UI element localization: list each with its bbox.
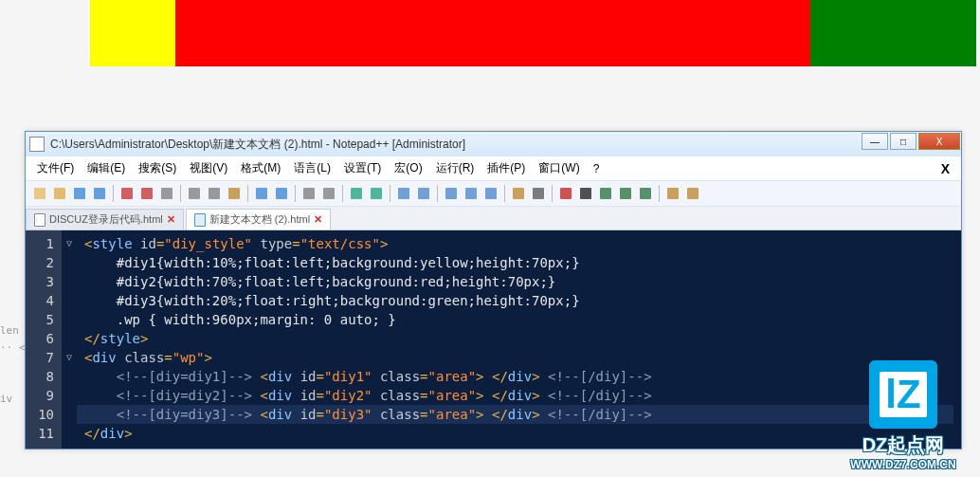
code-line-4[interactable]: #diy3{width:20%;float:right;background:g… (84, 291, 953, 310)
fold-toggle (62, 424, 77, 443)
file-icon (34, 213, 45, 227)
show-all-icon[interactable] (463, 185, 480, 202)
wrap-icon[interactable] (443, 185, 460, 202)
code-line-3[interactable]: #diy2{width:70%;float:left;background:re… (84, 272, 953, 291)
tab-0[interactable]: DISCUZ登录后代码.html✕ (26, 209, 184, 229)
watermark-logo: lZ DZ起点网 WWW.DZ7.COM.CN (832, 360, 974, 471)
menu-r[interactable]: 运行(R) (430, 158, 481, 178)
copy-icon[interactable] (206, 185, 223, 202)
new-file-icon[interactable] (31, 185, 48, 202)
tab-label: 新建文本文档 (2).html (209, 212, 310, 227)
svg-rect-10 (256, 188, 267, 199)
diy2-block (175, 0, 810, 66)
replace-icon[interactable] (320, 185, 337, 202)
svg-rect-1 (54, 188, 65, 199)
lang-icon[interactable] (510, 185, 527, 202)
tab-close-icon[interactable]: ✕ (167, 213, 175, 226)
line-number-gutter: 1234567891011 (26, 230, 62, 449)
line-number: 4 (33, 291, 54, 310)
sync-h-icon[interactable] (415, 185, 432, 202)
menu-p[interactable]: 插件(P) (481, 158, 531, 178)
code-editor[interactable]: 1234567891011 ▽▽ <style id="diy_style" t… (26, 230, 961, 449)
fold-toggle (62, 367, 77, 386)
zoom-in-icon[interactable] (348, 185, 365, 202)
close-icon[interactable] (118, 185, 136, 202)
code-area[interactable]: <style id="diy_style" type="text/css"> #… (77, 230, 961, 449)
code-line-11[interactable]: </div> (84, 424, 953, 443)
toolbar-separator (247, 185, 248, 202)
stop-icon[interactable] (577, 185, 594, 202)
secondary-close-button[interactable]: X (935, 159, 955, 178)
code-line-1[interactable]: <style id="diy_style" type="text/css"> (84, 234, 953, 253)
close-window-button[interactable]: X (918, 133, 960, 150)
find-icon[interactable] (300, 185, 318, 202)
save-icon[interactable] (71, 185, 88, 202)
menu-m[interactable]: 格式(M) (235, 158, 286, 178)
menu-s[interactable]: 搜索(S) (133, 158, 182, 178)
fold-toggle[interactable]: ▽ (62, 348, 77, 367)
svg-rect-0 (34, 188, 45, 199)
line-number: 1 (33, 234, 54, 253)
menubar: 文件(F)编辑(E)搜索(S)视图(V)格式(M)语言(L)设置(T)宏(O)运… (26, 156, 961, 180)
open-icon[interactable] (51, 185, 68, 202)
menu-[interactable]: ? (588, 160, 606, 177)
doc-icon[interactable] (684, 185, 701, 202)
code-line-8[interactable]: <!--[diy=diy1]--> <div id="diy1" class="… (84, 367, 953, 386)
eye-icon[interactable] (530, 185, 547, 202)
cut-icon[interactable] (186, 185, 203, 202)
close-all-icon[interactable] (138, 185, 155, 202)
play-icon[interactable] (597, 185, 614, 202)
menu-v[interactable]: 视图(V) (184, 158, 233, 178)
svg-rect-25 (600, 188, 611, 199)
record-icon[interactable] (557, 185, 574, 202)
toolbar-separator (342, 185, 343, 202)
save-all-icon[interactable] (91, 185, 108, 202)
tabbar: DISCUZ登录后代码.html✕新建文本文档 (2).html✕ (26, 207, 961, 230)
code-line-2[interactable]: #diy1{width:10%;float:left;background:ye… (84, 253, 953, 272)
line-number: 9 (33, 386, 54, 405)
menu-t[interactable]: 设置(T) (338, 158, 387, 178)
toolbar-separator (113, 185, 114, 202)
svg-rect-2 (74, 188, 85, 199)
redo-icon[interactable] (273, 185, 290, 202)
svg-rect-20 (485, 188, 497, 199)
code-line-5[interactable]: .wp { width:960px;margin: 0 auto; } (84, 310, 953, 329)
svg-rect-16 (398, 188, 409, 199)
play-multi-icon[interactable] (617, 185, 634, 202)
sync-v-icon[interactable] (395, 185, 412, 202)
maximize-button[interactable]: □ (890, 133, 916, 150)
indent-guide-icon[interactable] (482, 185, 499, 202)
menu-w[interactable]: 窗口(W) (533, 158, 585, 178)
menu-f[interactable]: 文件(F) (31, 158, 80, 178)
svg-rect-19 (465, 188, 477, 199)
code-line-7[interactable]: <div class="wp"> (84, 348, 953, 367)
print-icon[interactable] (158, 185, 175, 202)
fast-icon[interactable] (637, 185, 654, 202)
zoom-out-icon[interactable] (368, 185, 385, 202)
menu-l[interactable]: 语言(L) (288, 158, 336, 178)
fold-margin[interactable]: ▽▽ (62, 230, 77, 449)
code-line-6[interactable]: </style> (84, 329, 953, 348)
menu-e[interactable]: 编辑(E) (82, 158, 131, 178)
spell-icon[interactable] (664, 185, 681, 202)
code-line-10[interactable]: <!--[diy=diy3]--> <div id="diy3" class="… (77, 405, 953, 424)
tab-close-icon[interactable]: ✕ (314, 213, 322, 226)
diy1-block (90, 0, 175, 66)
toolbar-separator (504, 185, 505, 202)
line-number: 8 (33, 367, 54, 386)
toolbar (26, 180, 961, 207)
line-number: 6 (33, 329, 54, 348)
titlebar[interactable]: C:\Users\Administrator\Desktop\新建文本文档 (2… (26, 132, 961, 156)
svg-rect-21 (513, 188, 524, 199)
diy3-block (810, 0, 976, 66)
tab-1[interactable]: 新建文本文档 (2).html✕ (186, 209, 331, 229)
menu-o[interactable]: 宏(O) (389, 158, 427, 178)
svg-rect-22 (533, 188, 544, 199)
notepadpp-window: C:\Users\Administrator\Desktop\新建文本文档 (2… (25, 131, 962, 449)
toolbar-separator (295, 185, 296, 202)
paste-icon[interactable] (226, 185, 243, 202)
undo-icon[interactable] (253, 185, 270, 202)
code-line-9[interactable]: <!--[diy=diy2]--> <div id="diy2" class="… (84, 386, 953, 405)
fold-toggle[interactable]: ▽ (62, 234, 77, 253)
minimize-button[interactable]: — (862, 133, 888, 150)
